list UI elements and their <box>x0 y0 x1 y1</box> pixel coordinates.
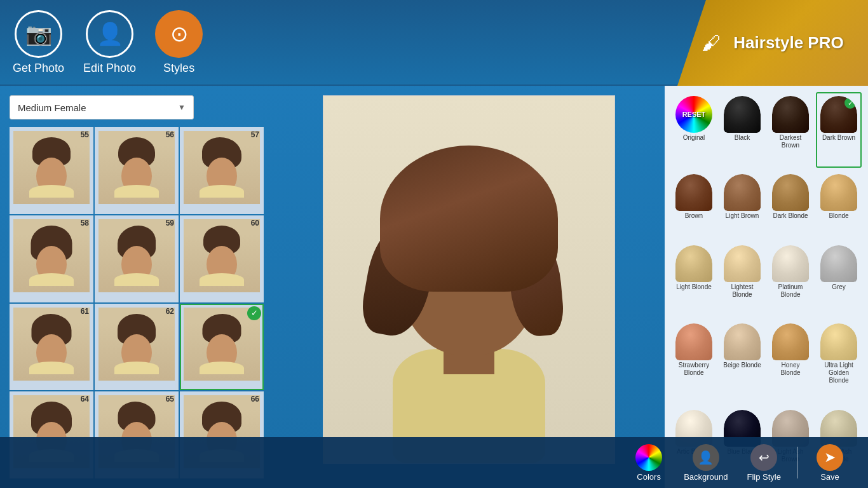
style-thumb-56 <box>98 131 175 204</box>
style-number-61: 61 <box>81 307 89 316</box>
shoulders-63 <box>200 362 244 374</box>
style-item-59[interactable]: 59 <box>95 215 179 302</box>
color-swatch-beige-blonde <box>724 323 761 360</box>
color-item-blonde[interactable]: Blonde <box>816 170 862 238</box>
color-swatch-honey-blonde <box>772 323 809 360</box>
flip-style-button[interactable]: ↩ Flip Style <box>738 439 790 487</box>
style-item-63[interactable]: 63✓ <box>180 304 264 391</box>
color-label-black: Black <box>735 134 750 142</box>
logo-text: Hairstyle PRO <box>733 33 843 53</box>
style-thumb-55 <box>13 131 90 204</box>
color-item-dark-brown[interactable]: ✓Dark Brown <box>816 92 862 168</box>
photo-preview <box>323 95 615 464</box>
swatch-inner-light-brown <box>724 174 761 211</box>
color-swatch-ultra-light-golden-blonde <box>820 323 857 360</box>
styles-icon: ⊙ <box>155 10 203 58</box>
color-item-strawberry-blonde[interactable]: Strawberry Blonde <box>671 320 717 403</box>
color-grid: RESETOriginalBlackDarkest Brown✓Dark Bro… <box>671 92 862 482</box>
save-button[interactable]: ➤ Save <box>804 439 855 487</box>
color-swatch-light-brown <box>724 174 761 211</box>
color-label-honey-blonde: Honey Blonde <box>771 362 810 377</box>
style-item-60[interactable]: 60 <box>180 215 264 302</box>
style-number-57: 57 <box>251 130 259 139</box>
hair-illustration-57 <box>200 137 244 198</box>
color-label-brown: Brown <box>685 212 703 220</box>
nav-get-photo[interactable]: 📷 Get Photo <box>13 10 64 75</box>
color-label-original: Original <box>683 134 705 142</box>
flip-style-icon: ↩ <box>750 444 777 471</box>
save-icon: ➤ <box>817 444 843 471</box>
app-logo: 🖌 Hairstyle PRO <box>677 0 868 86</box>
swatch-inner-dark-blonde <box>772 174 809 211</box>
color-swatch-dark-blonde <box>772 174 809 211</box>
style-item-57[interactable]: 57 <box>180 127 264 214</box>
style-item-55[interactable]: 55 <box>10 127 93 214</box>
flip-style-label: Flip Style <box>747 472 781 482</box>
swatch-inner-lightest-blonde <box>724 245 761 282</box>
shoulders-62 <box>114 362 159 374</box>
color-item-black[interactable]: Black <box>719 92 765 168</box>
background-button[interactable]: 👤 Background <box>674 439 737 487</box>
header: 📷 Get Photo 👤 Edit Photo ⊙ Styles 🖌 Hair… <box>0 0 868 86</box>
hair-illustration-59 <box>114 226 159 286</box>
swatch-inner-blonde <box>820 174 857 211</box>
color-item-light-blonde[interactable]: Light Blonde <box>671 241 717 317</box>
dropdown-container: Medium Female ▼ <box>10 95 264 119</box>
background-icon: 👤 <box>693 444 719 471</box>
hair-illustration-61 <box>29 314 74 374</box>
style-item-58[interactable]: 58 <box>10 215 93 302</box>
color-item-platinum-blonde[interactable]: Platinum Blonde <box>768 241 813 317</box>
style-number-55: 55 <box>81 130 89 139</box>
color-swatch-light-blonde <box>675 245 712 282</box>
style-item-56[interactable]: 56 <box>95 127 179 214</box>
style-number-65: 65 <box>166 395 174 403</box>
nav-edit-photo[interactable]: 👤 Edit Photo <box>83 10 136 75</box>
shoulders-60 <box>200 273 244 286</box>
color-label-ultra-light-golden-blonde: Ultra Light Golden Blonde <box>820 362 858 384</box>
style-item-61[interactable]: 61 <box>10 304 93 391</box>
shoulders-61 <box>29 362 74 374</box>
style-category-dropdown[interactable]: Medium Female ▼ <box>10 95 194 119</box>
swatch-inner-honey-blonde <box>772 323 809 360</box>
color-item-darkest-brown[interactable]: Darkest Brown <box>768 92 813 168</box>
color-item-ultra-light-golden-blonde[interactable]: Ultra Light Golden Blonde <box>816 320 862 403</box>
color-item-beige-blonde[interactable]: Beige Blonde <box>719 320 765 403</box>
save-label: Save <box>820 472 839 482</box>
colors-button[interactable]: Colors <box>623 439 674 487</box>
chevron-down-icon: ▼ <box>178 103 186 112</box>
swatch-inner-brown <box>675 174 712 211</box>
style-thumb-60 <box>184 219 260 292</box>
color-item-honey-blonde[interactable]: Honey Blonde <box>768 320 813 403</box>
style-number-60: 60 <box>251 219 259 227</box>
style-item-62[interactable]: 62 <box>95 304 179 391</box>
style-grid: 555657585960616263✓646566 <box>10 127 264 478</box>
color-item-brown[interactable]: Brown <box>671 170 717 238</box>
shoulders-56 <box>114 185 159 198</box>
color-item-original[interactable]: RESETOriginal <box>671 92 717 168</box>
color-item-lightest-blonde[interactable]: Lightest Blonde <box>719 241 765 317</box>
style-thumb-57 <box>184 131 260 204</box>
main-content: Medium Female ▼ 555657585960616263✓64656… <box>0 86 868 488</box>
swatch-inner-beige-blonde <box>724 323 761 360</box>
edit-photo-icon: 👤 <box>86 10 133 58</box>
color-swatch-platinum-blonde <box>772 245 809 282</box>
color-swatch-grey <box>820 245 857 282</box>
color-swatch-dark-brown: ✓ <box>820 96 857 133</box>
color-item-dark-blonde[interactable]: Dark Blonde <box>768 170 813 238</box>
right-panel: RESETOriginalBlackDarkest Brown✓Dark Bro… <box>665 86 868 488</box>
color-label-strawberry-blonde: Strawberry Blonde <box>675 362 713 377</box>
color-label-dark-brown: Dark Brown <box>822 134 855 142</box>
hair-illustration-62 <box>114 314 159 374</box>
nav-styles[interactable]: ⊙ Styles <box>155 10 203 75</box>
swatch-inner-darkest-brown <box>772 96 809 133</box>
swatch-inner-strawberry-blonde <box>675 323 712 360</box>
style-number-64: 64 <box>81 395 89 403</box>
color-item-light-brown[interactable]: Light Brown <box>719 170 765 238</box>
color-item-grey[interactable]: Grey <box>816 241 862 317</box>
color-swatch-black <box>724 96 761 133</box>
hair-illustration-58 <box>29 226 74 286</box>
color-label-dark-blonde: Dark Blonde <box>773 212 808 220</box>
reset-swatch: RESET <box>675 96 712 133</box>
footer-divider <box>797 447 798 478</box>
color-check-dark-brown: ✓ <box>844 97 856 109</box>
